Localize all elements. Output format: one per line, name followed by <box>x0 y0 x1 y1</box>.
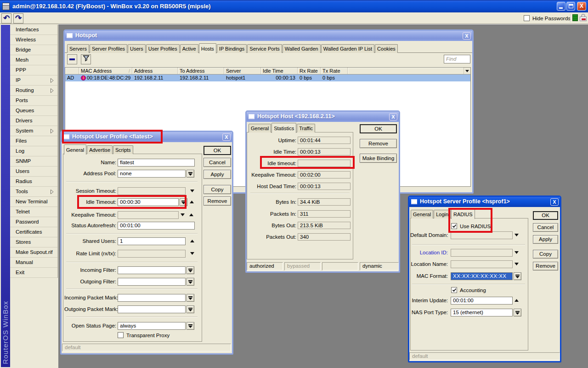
minimize-button[interactable] <box>557 2 565 11</box>
sidebar-item-queues[interactable]: Queues <box>10 106 57 116</box>
field-input-mac-format[interactable]: XX:XX:XX:XX:XX:XX <box>451 272 513 280</box>
field-input-session-timeout[interactable] <box>118 187 186 195</box>
expand-down-button[interactable] <box>189 250 196 258</box>
column-header-to-address[interactable]: To Address <box>178 68 224 74</box>
column-header-tx-rate[interactable]: Tx Rate <box>321 68 348 74</box>
sidebar-item-log[interactable]: Log <box>10 146 57 156</box>
field-input-incoming-packet-mark[interactable] <box>118 294 186 302</box>
field-input-outgoing-packet-mark[interactable] <box>118 305 186 313</box>
accounting-checkbox[interactable] <box>451 287 457 293</box>
sidebar-item-radius[interactable]: Radius <box>10 177 57 187</box>
host-close-icon[interactable]: X <box>389 113 397 121</box>
up-tab-scripts[interactable]: Scripts <box>113 145 133 154</box>
filter-button[interactable] <box>81 54 91 64</box>
sidebar-item-system[interactable]: System <box>10 126 57 136</box>
field-input-bytes-out[interactable]: 213.5 KiB <box>298 222 351 229</box>
sidebar-item-password[interactable]: Password <box>10 217 57 227</box>
tab-hosts[interactable]: Hosts <box>199 43 216 53</box>
column-header-rx-rate[interactable]: Rx Rate <box>298 68 321 74</box>
dropdown-button[interactable] <box>187 170 194 178</box>
sidebar-item-tools[interactable]: Tools <box>10 187 57 197</box>
remove-entry-button[interactable] <box>67 54 77 64</box>
ok-button[interactable]: OK <box>360 124 397 133</box>
collapse-up-button[interactable] <box>189 198 195 206</box>
dropdown-button[interactable] <box>514 272 521 280</box>
field-input-idle-time[interactable]: 00:00:13 <box>298 148 351 155</box>
sidebar-item-drivers[interactable]: Drivers <box>10 116 57 126</box>
collapse-up-button[interactable] <box>188 211 195 219</box>
undo-button[interactable]: ↶ <box>1 13 11 23</box>
tab-user-profiles[interactable]: User Profiles <box>146 44 180 53</box>
collapse-up-button[interactable] <box>189 237 196 245</box>
expand-down-button[interactable] <box>514 260 520 268</box>
field-input-keepalive-timeout[interactable] <box>118 211 179 219</box>
ok-button[interactable]: OK <box>204 146 231 155</box>
sidebar-item-ppp[interactable]: PPP <box>10 65 57 75</box>
column-header-server[interactable]: Server <box>224 68 261 74</box>
table-row[interactable]: AD00:18:DE:48:DC:29192.168.2.11192.168.2… <box>65 75 470 81</box>
sidebar-item-bridge[interactable]: Bridge <box>10 45 57 55</box>
sidebar-item-manual[interactable]: Manual <box>10 258 57 268</box>
field-input-default-domain[interactable] <box>451 231 513 239</box>
host-titlebar[interactable]: Hotspot Host <192.168.2.11> X <box>247 112 399 122</box>
field-input-packets-in[interactable]: 311 <box>298 210 351 218</box>
server-profile-close-icon[interactable]: X <box>550 198 559 206</box>
field-input-status-autorefresh[interactable]: 00:01:00 <box>118 222 195 230</box>
sidebar-item-snmp[interactable]: SNMP <box>10 156 57 167</box>
tab-cookies[interactable]: Cookies <box>375 44 398 53</box>
dropdown-button[interactable] <box>180 198 187 206</box>
sidebar-item-ip[interactable]: IP <box>10 75 57 86</box>
collapse-up-button[interactable] <box>514 297 520 305</box>
sp-tab-login[interactable]: Login <box>434 210 451 218</box>
host-tab-general[interactable]: General <box>249 124 271 132</box>
field-input-rate-limit[interactable] <box>118 250 186 258</box>
host-tab-traffic[interactable]: Traffic <box>297 124 315 132</box>
hotspot-window-titlebar[interactable]: Hotspot X <box>65 31 472 41</box>
column-header-flags[interactable] <box>65 68 79 74</box>
server-profile-titlebar[interactable]: Hotspot Server Profile <hsprof1> X <box>409 197 560 207</box>
field-input-open-status-page[interactable]: always <box>118 322 186 330</box>
sidebar-item-routing[interactable]: Routing <box>10 86 57 96</box>
dropdown-button[interactable] <box>514 309 521 316</box>
field-input-location-name[interactable] <box>451 260 513 268</box>
field-input-nas-port-type[interactable]: 15 (ethernet) <box>451 309 513 316</box>
up-tab-general[interactable]: General <box>64 144 86 155</box>
tab-service-ports[interactable]: Service Ports <box>247 44 282 53</box>
sidebar-item-exit[interactable]: Exit <box>10 268 57 278</box>
find-input[interactable]: Find <box>444 55 470 63</box>
expand-down-button[interactable] <box>514 231 520 239</box>
user-profile-close-icon[interactable]: X <box>222 133 231 141</box>
ok-button[interactable]: OK <box>533 211 558 220</box>
field-input-uptime[interactable]: 00:01:44 <box>298 137 351 144</box>
sidebar-item-interfaces[interactable]: Interfaces <box>10 25 57 35</box>
sidebar-item-new-terminal[interactable]: New Terminal <box>10 197 57 207</box>
dropdown-button[interactable] <box>187 322 194 330</box>
tab-ip-bindings[interactable]: IP Bindings <box>217 44 247 53</box>
field-input-shared-users[interactable]: 1 <box>118 237 186 245</box>
field-input-location-id[interactable] <box>451 249 513 257</box>
dropdown-button[interactable] <box>187 278 194 286</box>
field-input-incoming-filter[interactable] <box>118 266 186 274</box>
tab-server-profiles[interactable]: Server Profiles <box>90 44 127 53</box>
sidebar-item-ports[interactable]: Ports <box>10 96 57 106</box>
redo-button[interactable]: ↷ <box>13 13 23 23</box>
use-radius-checkbox[interactable] <box>451 223 457 229</box>
expand-down-button[interactable] <box>514 249 520 257</box>
field-input-name[interactable]: flatest <box>118 159 195 167</box>
field-input-idle-timeout[interactable]: 00:00:30 <box>118 198 179 206</box>
column-select-button[interactable] <box>464 68 470 74</box>
field-input-outgoing-filter[interactable] <box>118 278 186 286</box>
maximize-button[interactable] <box>566 2 575 11</box>
sidebar-item-make-supout-rif[interactable]: Make Supout.rif <box>10 247 57 258</box>
sidebar-item-wireless[interactable]: Wireless <box>10 35 57 45</box>
sidebar-item-mesh[interactable]: Mesh <box>10 55 57 65</box>
sidebar-item-certificates[interactable]: Certificates <box>10 227 57 237</box>
tab-users[interactable]: Users <box>128 44 146 53</box>
transparent-proxy-checkbox[interactable] <box>118 332 124 338</box>
field-input-bytes-in[interactable]: 34.4 KiB <box>298 198 351 206</box>
field-input-keepalive-timeout[interactable]: 00:02:00 <box>298 171 351 178</box>
tab-walled-garden-ip-list[interactable]: Walled Garden IP List <box>321 44 374 53</box>
field-input-idle-timeout[interactable] <box>298 160 351 167</box>
field-input-host-dead-time[interactable]: 00:00:13 <box>298 183 351 190</box>
cancel-button[interactable]: Cancel <box>533 223 558 232</box>
